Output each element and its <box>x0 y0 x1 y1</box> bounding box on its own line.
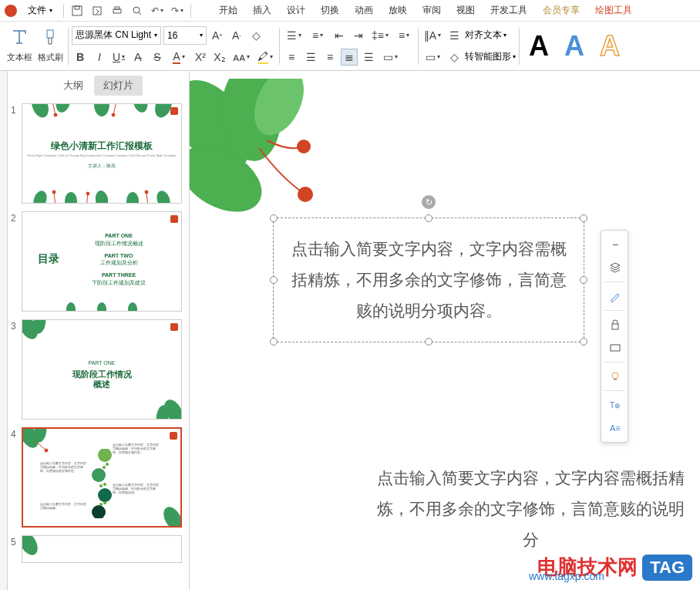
convert-smart-dropdown[interactable]: 转智能图形▾ <box>465 50 516 63</box>
decrease-indent-button[interactable]: ⇤ <box>331 27 348 44</box>
save-as-icon[interactable] <box>89 2 106 19</box>
tab-slideshow[interactable]: 放映 <box>381 1 415 20</box>
text-effects-icon[interactable]: T⊕ <box>604 394 626 416</box>
svg-point-13 <box>152 103 175 120</box>
thumb-number: 4 <box>11 427 22 528</box>
tab-view[interactable]: 视图 <box>449 1 483 20</box>
italic-button[interactable]: I <box>91 49 108 66</box>
columns-button[interactable]: ▭▾ <box>379 49 401 66</box>
format-painter-button[interactable]: 格式刷 <box>35 25 65 68</box>
resize-handle-br[interactable] <box>580 338 587 346</box>
preview-icon[interactable] <box>129 2 146 19</box>
redo-icon[interactable]: ↷▾ <box>169 2 186 19</box>
slide-thumbnail-3[interactable]: PART ONE 现阶段工作情况概述 <box>22 319 182 420</box>
svg-point-41 <box>98 449 112 462</box>
align-justify-button[interactable]: ≣ <box>341 49 358 66</box>
tab-devtools[interactable]: 开发工具 <box>483 1 535 20</box>
svg-line-38 <box>35 441 46 450</box>
align-left-button[interactable]: ≡ <box>283 49 300 66</box>
resize-handle-bm[interactable] <box>425 338 432 346</box>
line-spacing-button[interactable]: ‡≡▾ <box>369 27 391 44</box>
resize-handle-mr[interactable] <box>580 276 587 284</box>
layers-icon[interactable] <box>604 257 626 278</box>
text-style-orange[interactable]: A <box>594 30 626 62</box>
file-menu[interactable]: 文件 ▾ <box>22 4 59 17</box>
minus-icon[interactable]: − <box>604 234 626 255</box>
panel-tabs: 大纲 幻灯片 <box>8 71 189 100</box>
slide-thumbnail-1[interactable]: 绿色小清新工作汇报模板 Fresh Style Template, Click … <box>22 103 182 204</box>
tab-insert[interactable]: 插入 <box>245 1 279 20</box>
decrease-font-icon[interactable]: A- <box>228 27 245 44</box>
rotate-handle[interactable]: ↻ <box>422 195 436 209</box>
textbox-content[interactable]: 点击输入简要文字内容，文字内容需概括精炼，不用多余的文字修饰，言简意赅的说明分项… <box>289 234 568 326</box>
tab-transition[interactable]: 切换 <box>313 1 347 20</box>
selected-textbox[interactable]: ↻ 点击输入简要文字内容，文字内容需概括精炼，不用多余的文字修饰，言简意赅的说明… <box>273 217 584 342</box>
tab-animation[interactable]: 动画 <box>347 1 381 20</box>
textbox-button[interactable]: 文本框 <box>5 25 34 68</box>
tab-drawing-tools[interactable]: 绘图工具 <box>587 1 640 20</box>
print-icon[interactable] <box>109 2 126 19</box>
increase-indent-button[interactable]: ⇥ <box>350 27 367 44</box>
text-style-black[interactable]: A <box>523 30 555 62</box>
decor-leaves <box>22 103 181 129</box>
rect-icon[interactable] <box>604 337 626 359</box>
svg-point-48 <box>103 483 106 486</box>
align-text-dropdown[interactable]: 对齐文本▾ <box>465 29 506 42</box>
bold-button[interactable]: B <box>72 49 89 66</box>
pen-icon[interactable] <box>604 285 626 307</box>
spacing-button[interactable]: ≡▾ <box>393 27 415 44</box>
resize-handle-tr[interactable] <box>580 214 587 222</box>
highlight-button[interactable]: 🖍▾ <box>254 49 276 66</box>
thumb-toc-title: 目录 <box>38 252 59 266</box>
slide-thumbnail-2[interactable]: 目录 PART ONE现阶段工作情况概述 PART TWO工作规划及分析 PAR… <box>22 211 182 312</box>
text-style-icon[interactable]: A≡ <box>604 417 626 439</box>
canvas-area[interactable]: 4 3 2 文字 的文 项内 ↻ 点击输入简要文字内容，文字内容需概括精炼，不用… <box>190 71 700 590</box>
tab-member[interactable]: 会员专享 <box>535 1 587 20</box>
tab-review[interactable]: 审阅 <box>415 1 449 20</box>
part2-label: PART TWO <box>92 252 146 260</box>
lock-icon[interactable] <box>604 314 626 335</box>
subscript-button[interactable]: X₂ <box>211 49 228 66</box>
save-icon[interactable] <box>69 2 86 19</box>
strikethrough-button[interactable]: A̶ <box>130 49 146 66</box>
thumb-text-2: 点击输入简要文字内容，文字内容需概括精炼，不用多余的文字修饰，简意赅说明分项内容… <box>40 461 86 474</box>
resize-handle-ml[interactable] <box>270 276 278 284</box>
text-direction-button[interactable]: ‖A▾ <box>422 27 443 44</box>
align-right-button[interactable]: ≡ <box>321 49 338 66</box>
tab-design[interactable]: 设计 <box>279 1 313 20</box>
bullets-button[interactable]: ☰▾ <box>283 27 305 44</box>
decor-leaf <box>22 535 56 563</box>
font-name-select[interactable]: 思源黑体 CN Light▾ <box>72 26 161 45</box>
outline-tab[interactable]: 大纲 <box>54 76 93 96</box>
increase-font-icon[interactable]: A+ <box>209 27 226 44</box>
resize-handle-bl[interactable] <box>270 338 278 346</box>
strike-button[interactable]: S <box>149 49 166 66</box>
clear-format-icon[interactable]: ◇ <box>247 27 264 44</box>
distribute-button[interactable]: ☰ <box>360 49 377 66</box>
undo-icon[interactable]: ↶▾ <box>149 2 166 19</box>
font-size-select[interactable]: 16▾ <box>163 26 207 45</box>
svg-point-31 <box>128 302 137 312</box>
underline-button[interactable]: U▾ <box>110 49 127 66</box>
slide-thumbnail-5[interactable] <box>22 535 182 563</box>
shape-fill-button[interactable]: ▭▾ <box>422 49 443 66</box>
align-center-button[interactable]: ☰ <box>302 49 319 66</box>
separator <box>604 310 624 311</box>
separator <box>63 4 64 18</box>
svg-point-42 <box>92 468 106 482</box>
app-logo-icon[interactable] <box>3 3 19 19</box>
text-style-blue[interactable]: A <box>558 30 591 62</box>
tab-start[interactable]: 开始 <box>211 1 245 20</box>
badge-icon <box>170 215 178 223</box>
slides-tab[interactable]: 幻灯片 <box>94 76 143 96</box>
font-color-button[interactable]: A▾ <box>168 49 190 66</box>
resize-handle-tl[interactable] <box>270 214 278 222</box>
svg-rect-58 <box>612 324 618 329</box>
slide-thumbnail-4[interactable]: 点击输入简要文字内容，文字内容需概括精炼，不用多余的文字修饰，简意赅分项内容。 … <box>22 427 182 528</box>
superscript-button[interactable]: X² <box>192 49 209 66</box>
change-case-button[interactable]: ᴀᴀ▾ <box>231 49 252 66</box>
format-painter-label: 格式刷 <box>38 52 63 63</box>
resize-handle-tm[interactable] <box>425 214 432 222</box>
numbering-button[interactable]: ≡▾ <box>307 27 328 44</box>
bulb-icon[interactable] <box>604 366 626 387</box>
